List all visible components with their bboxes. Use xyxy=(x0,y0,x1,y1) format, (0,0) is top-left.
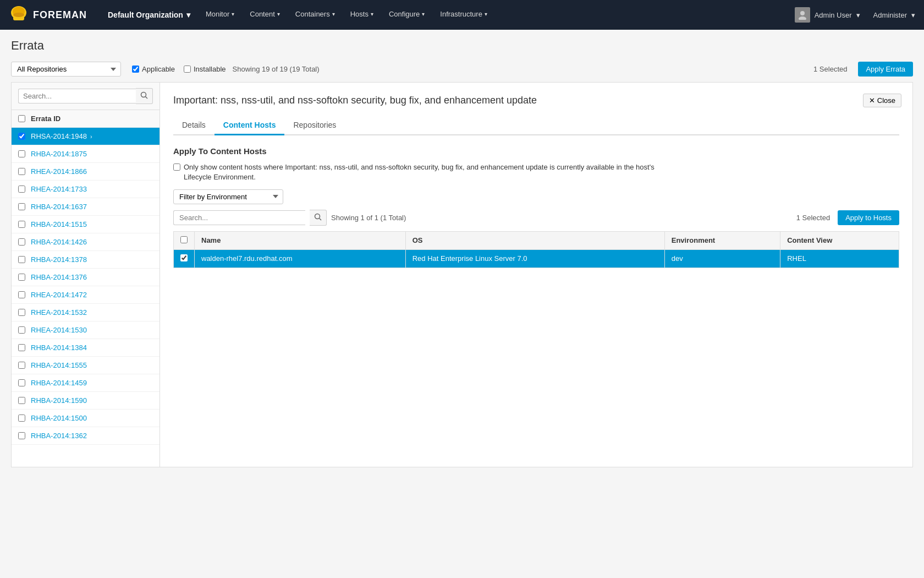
lifecycle-filter-checkbox[interactable] xyxy=(173,163,180,171)
sidebar-item[interactable]: RHBA-2014:1426 xyxy=(12,233,160,251)
sidebar-item-link[interactable]: RHEA-2014:1866 xyxy=(31,167,87,176)
tab-content-hosts[interactable]: Content Hosts xyxy=(215,116,285,135)
apply-errata-button[interactable]: Apply Errata xyxy=(858,62,913,77)
svg-line-9 xyxy=(320,218,322,220)
sidebar-item-checkbox[interactable] xyxy=(18,186,25,193)
tab-repositories[interactable]: Repositories xyxy=(284,116,345,135)
sidebar-item-checkbox[interactable] xyxy=(18,326,25,334)
toolbar: All Repositories Applicable Installable … xyxy=(11,62,913,77)
brand[interactable]: FOREMAN xyxy=(9,5,87,25)
nav-item-infrastructure[interactable]: Infrastructure ▾ xyxy=(432,0,495,30)
sidebar-item-checkbox[interactable] xyxy=(18,344,25,351)
sidebar-item[interactable]: RHBA-2014:1378 xyxy=(12,251,160,269)
sidebar-item-link[interactable]: RHBA-2014:1459 xyxy=(31,379,87,387)
foreman-logo xyxy=(9,5,29,25)
sidebar-item[interactable]: RHBA-2014:1637 xyxy=(12,198,160,216)
sidebar-item-checkbox[interactable] xyxy=(18,362,25,369)
sidebar-item[interactable]: RHEA-2014:1532 xyxy=(12,304,160,321)
sidebar-item[interactable]: RHBA-2014:1555 xyxy=(12,357,160,374)
sidebar-item-checkbox[interactable] xyxy=(18,432,25,439)
sidebar-item-link[interactable]: RHBA-2014:1875 xyxy=(31,150,87,158)
org-selector[interactable]: Default Organization ▾ xyxy=(100,0,198,30)
close-button[interactable]: ✕ Close xyxy=(863,94,901,107)
sidebar-item[interactable]: RHSA-2014:1948› xyxy=(12,128,160,145)
sidebar-item[interactable]: RHBA-2014:1515 xyxy=(12,216,160,233)
sidebar-item-checkbox[interactable] xyxy=(18,133,25,140)
svg-point-5 xyxy=(799,17,806,20)
sidebar-select-all[interactable] xyxy=(18,115,25,122)
svg-point-4 xyxy=(800,11,805,15)
sidebar-item-checkbox[interactable] xyxy=(18,415,25,422)
sidebar-item-checkbox[interactable] xyxy=(18,203,25,210)
sidebar-search-button[interactable] xyxy=(136,88,153,104)
applicable-filter[interactable]: Applicable xyxy=(132,65,175,73)
sidebar-search-input[interactable] xyxy=(18,89,136,103)
sidebar-item-link[interactable]: RHEA-2014:1733 xyxy=(31,185,87,193)
table-row[interactable]: walden-rhel7.rdu.redhat.comRed Hat Enter… xyxy=(174,249,899,268)
hosts-search-input[interactable] xyxy=(173,210,305,225)
apply-to-hosts-button[interactable]: Apply to Hosts xyxy=(838,210,899,225)
sidebar-item-link[interactable]: RHEA-2014:1532 xyxy=(31,308,87,317)
sidebar-item[interactable]: RHEA-2014:1733 xyxy=(12,181,160,198)
sidebar-item-checkbox[interactable] xyxy=(18,168,25,175)
sidebar-item-link[interactable]: RHBA-2014:1637 xyxy=(31,203,87,211)
sidebar-item[interactable]: RHEA-2014:1472 xyxy=(12,286,160,304)
sidebar-item[interactable]: RHEA-2014:1530 xyxy=(12,321,160,339)
sidebar-item-checkbox[interactable] xyxy=(18,150,25,157)
tab-details[interactable]: Details xyxy=(173,116,215,135)
sidebar-item-link[interactable]: RHEA-2014:1530 xyxy=(31,326,87,334)
nav-item-content[interactable]: Content ▾ xyxy=(242,0,288,30)
sidebar-item-checkbox[interactable] xyxy=(18,221,25,228)
sidebar-item-checkbox[interactable] xyxy=(18,379,25,386)
svg-point-8 xyxy=(315,214,320,219)
sidebar-item-link[interactable]: RHBA-2014:1426 xyxy=(31,238,87,246)
nav-item-configure[interactable]: Configure ▾ xyxy=(381,0,432,30)
svg-point-3 xyxy=(13,13,24,17)
hosts-search-icon xyxy=(314,213,322,221)
sidebar-item[interactable]: RHEA-2014:1866 xyxy=(12,163,160,181)
sidebar-item-link[interactable]: RHBA-2014:1376 xyxy=(31,273,87,281)
sidebar-item[interactable]: RHBA-2014:1500 xyxy=(12,410,160,427)
user-area[interactable]: Admin User ▾ Administer ▾ xyxy=(795,7,915,23)
lifecycle-filter-label[interactable]: Only show content hosts where Important:… xyxy=(173,162,679,182)
sidebar-item-checkbox[interactable] xyxy=(18,397,25,404)
brand-name: FOREMAN xyxy=(33,9,87,21)
sidebar-item-checkbox[interactable] xyxy=(18,256,25,263)
sidebar-item[interactable]: RHBA-2014:1459 xyxy=(12,374,160,392)
installable-checkbox[interactable] xyxy=(184,66,191,73)
filter-checkboxes: Applicable Installable xyxy=(132,65,226,73)
sidebar-item-link[interactable]: RHBA-2014:1555 xyxy=(31,361,87,369)
user-caret: ▾ xyxy=(856,11,860,19)
sidebar-item-link[interactable]: RHBA-2014:1384 xyxy=(31,343,87,352)
sidebar-item-link[interactable]: RHEA-2014:1472 xyxy=(31,291,87,299)
repo-select[interactable]: All Repositories xyxy=(11,62,121,77)
administer-link[interactable]: Administer xyxy=(873,11,907,19)
sidebar-item-checkbox[interactable] xyxy=(18,238,25,246)
sidebar-item-checkbox[interactable] xyxy=(18,309,25,316)
sidebar-item[interactable]: RHBA-2014:1384 xyxy=(12,339,160,357)
sidebar-item-checkbox[interactable] xyxy=(18,274,25,281)
hosts-select-all[interactable] xyxy=(180,236,188,243)
main-layout: Errata ID RHSA-2014:1948›RHBA-2014:1875R… xyxy=(11,82,913,467)
sidebar-item-link[interactable]: RHBA-2014:1362 xyxy=(31,432,87,440)
row-checkbox[interactable] xyxy=(180,254,188,261)
nav-item-hosts[interactable]: Hosts ▾ xyxy=(343,0,381,30)
hosts-search-button[interactable] xyxy=(310,210,327,226)
sidebar-item-link[interactable]: RHBA-2014:1590 xyxy=(31,396,87,405)
showing-text: Showing 19 of 19 (19 Total) xyxy=(233,65,807,73)
sidebar-item-link[interactable]: RHBA-2014:1378 xyxy=(31,255,87,264)
nav-item-containers[interactable]: Containers ▾ xyxy=(288,0,343,30)
applicable-checkbox[interactable] xyxy=(132,66,139,73)
sidebar-item-checkbox[interactable] xyxy=(18,291,25,298)
sidebar-item-link[interactable]: RHBA-2014:1515 xyxy=(31,220,87,228)
sidebar-item[interactable]: RHBA-2014:1376 xyxy=(12,269,160,286)
sidebar-item-link[interactable]: RHSA-2014:1948 xyxy=(31,132,87,140)
sidebar-item-link[interactable]: RHBA-2014:1500 xyxy=(31,414,87,422)
installable-filter[interactable]: Installable xyxy=(184,65,226,73)
nav-item-monitor[interactable]: Monitor ▾ xyxy=(198,0,242,30)
sidebar-item[interactable]: RHBA-2014:1362 xyxy=(12,427,160,445)
row-content-view: RHEL xyxy=(780,249,899,268)
env-filter-select[interactable]: Filter by Environment xyxy=(173,189,283,204)
sidebar-item[interactable]: RHBA-2014:1875 xyxy=(12,145,160,163)
sidebar-item[interactable]: RHBA-2014:1590 xyxy=(12,392,160,410)
